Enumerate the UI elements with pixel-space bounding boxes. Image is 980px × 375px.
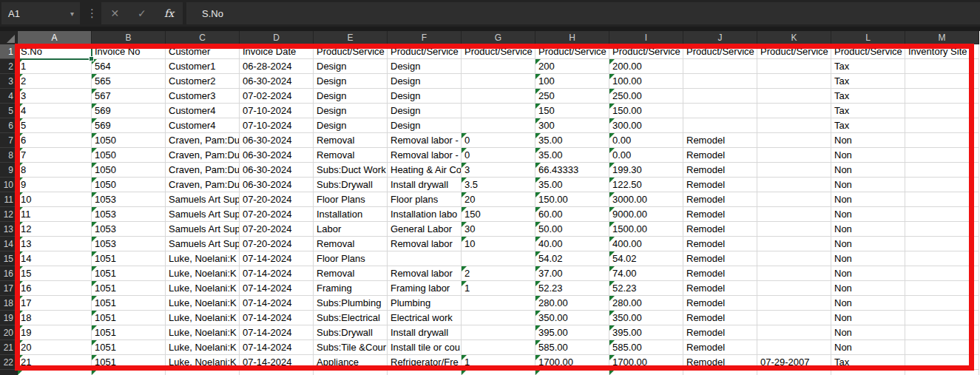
cell-B3[interactable]: 565 [92,74,166,89]
cell-B4[interactable]: 567 [92,89,166,104]
cell-B8[interactable]: 1050 [92,148,166,163]
cell-D14[interactable]: 07-20-2024 [240,237,314,251]
cell-G13[interactable]: 30 [462,222,535,237]
cell-E1[interactable]: Product/Service [314,44,388,59]
cell-E17[interactable]: Framing [314,281,388,296]
cell-G3[interactable] [462,74,535,89]
cell-G15[interactable] [462,251,535,266]
cell-E2[interactable]: Design [314,59,388,74]
cell-J1[interactable]: Product/Service [683,44,757,59]
cell-I4[interactable]: 250.00 [609,89,683,104]
cell-B2[interactable]: 564 [92,59,166,74]
confirm-entry-icon[interactable]: ✓ [132,7,152,19]
cell-H8[interactable]: 35.00 [535,148,609,163]
cell-K6[interactable] [757,118,831,133]
cell-E15[interactable]: Floor Plans [314,251,388,266]
cell-H21[interactable]: 585.00 [535,340,609,355]
cell-H20[interactable]: 395.00 [535,325,609,340]
cell-F9[interactable]: Heating & Air Co [388,163,462,178]
col-header-F[interactable]: F [388,31,462,44]
col-header-C[interactable]: C [166,31,240,44]
cell-C22[interactable]: Luke, Noelani:K [166,355,240,370]
cell-E4[interactable]: Design [314,89,388,104]
cell-A15[interactable]: 14 [18,251,92,266]
cell-B16[interactable]: 1051 [92,266,166,281]
cell-H7[interactable]: 35.00 [535,133,609,148]
row-header-23[interactable] [0,370,18,375]
cell-K23[interactable] [757,370,831,375]
cell-J13[interactable]: Remodel [683,222,757,237]
cell-L9[interactable]: Non [831,163,905,178]
cell-C10[interactable]: Craven, Pam:Du [166,178,240,192]
row-header-10[interactable]: 10 [0,178,18,192]
cell-K16[interactable] [757,266,831,281]
cell-D4[interactable]: 07-02-2024 [240,89,314,104]
cell-E23[interactable] [314,370,388,375]
cell-L16[interactable]: Non [831,266,905,281]
cell-D12[interactable]: 07-20-2024 [240,207,314,222]
cell-I5[interactable]: 150.00 [609,104,683,118]
cell-G6[interactable] [462,118,535,133]
cell-E3[interactable]: Design [314,74,388,89]
cell-K9[interactable] [757,163,831,178]
cell-L17[interactable]: Non [831,281,905,296]
cell-H22[interactable]: 1700.00 [535,355,609,370]
cell-B7[interactable]: 1050 [92,133,166,148]
cell-L11[interactable]: Non [831,192,905,207]
cell-B12[interactable]: 1053 [92,207,166,222]
cell-F21[interactable]: Install tile or cou [388,340,462,355]
cell-E16[interactable]: Removal [314,266,388,281]
cell-M19[interactable] [905,311,979,325]
cell-K1[interactable]: Product/Service [757,44,831,59]
cell-G10[interactable]: 3.5 [462,178,535,192]
cell-C13[interactable]: Samuels Art Sup [166,222,240,237]
cell-E22[interactable]: Appliance [314,355,388,370]
cell-I6[interactable]: 300.00 [609,118,683,133]
cell-G20[interactable] [462,325,535,340]
col-header-M[interactable]: M [905,31,979,44]
row-header-16[interactable]: 16 [0,266,18,281]
cell-F22[interactable]: Refrigerator/Fre [388,355,462,370]
cell-B9[interactable]: 1050 [92,163,166,178]
cell-G17[interactable]: 1 [462,281,535,296]
cell-J18[interactable]: Remodel [683,296,757,311]
cell-A9[interactable]: 8 [18,163,92,178]
col-header-J[interactable]: J [683,31,757,44]
cell-H4[interactable]: 250 [535,89,609,104]
cell-H3[interactable]: 100 [535,74,609,89]
cell-A16[interactable]: 15 [18,266,92,281]
cell-L19[interactable]: Non [831,311,905,325]
cell-I21[interactable]: 585.00 [609,340,683,355]
chevron-down-icon[interactable]: ▾ [70,10,74,18]
cell-C15[interactable]: Luke, Noelani:K [166,251,240,266]
cell-I1[interactable]: Product/Service [609,44,683,59]
cell-E19[interactable]: Subs:Electrical [314,311,388,325]
cell-D22[interactable]: 07-14-2024 [240,355,314,370]
cell-A2[interactable]: 1 [18,59,92,74]
cell-B20[interactable]: 1051 [92,325,166,340]
cell-H13[interactable]: 50.00 [535,222,609,237]
cell-J6[interactable] [683,118,757,133]
row-header-13[interactable]: 13 [0,222,18,237]
cell-M10[interactable] [905,178,979,192]
cell-M18[interactable] [905,296,979,311]
cell-L20[interactable]: Non [831,325,905,340]
cell-I8[interactable]: 0.00 [609,148,683,163]
cell-M7[interactable] [905,133,979,148]
formula-bar-input[interactable]: S.No [186,2,980,24]
cell-A22[interactable]: 21 [18,355,92,370]
cell-M22[interactable] [905,355,979,370]
cell-L13[interactable]: Non [831,222,905,237]
cell-J16[interactable]: Remodel [683,266,757,281]
col-header-G[interactable]: G [462,31,535,44]
cell-J12[interactable]: Remodel [683,207,757,222]
cell-C9[interactable]: Craven, Pam:Du [166,163,240,178]
cell-A7[interactable]: 6 [18,133,92,148]
cell-G14[interactable]: 10 [462,237,535,251]
cell-I3[interactable]: 100.00 [609,74,683,89]
cell-M21[interactable] [905,340,979,355]
cell-J9[interactable]: Remodel [683,163,757,178]
cell-C16[interactable]: Luke, Noelani:K [166,266,240,281]
cell-I10[interactable]: 122.50 [609,178,683,192]
cell-D11[interactable]: 07-20-2024 [240,192,314,207]
